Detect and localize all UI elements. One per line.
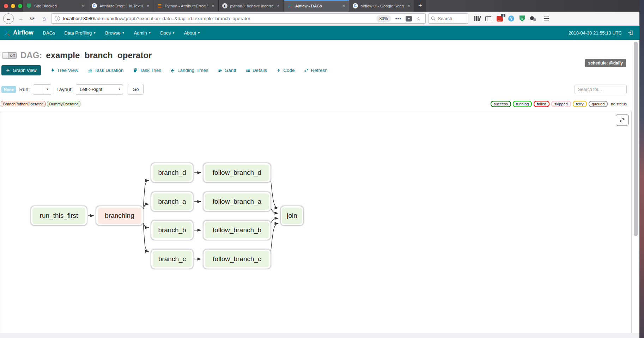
view-task-tries-link[interactable]: Task Tries	[133, 68, 161, 73]
menu-hamburger-icon[interactable]	[544, 17, 549, 20]
browser-tab-6[interactable]: Gairflow ui - Google Search×	[349, 0, 414, 12]
tree-icon	[50, 68, 55, 73]
logout-icon[interactable]	[627, 30, 634, 36]
library-icon[interactable]	[474, 16, 480, 21]
graph-refresh-button[interactable]	[616, 115, 628, 125]
view-task-duration-label: Task Duration	[95, 68, 124, 73]
view-code-label: Code	[283, 68, 294, 73]
task-node-branch_d[interactable]: branch_d	[151, 163, 193, 182]
airflow-brand[interactable]: Airflow	[4, 29, 34, 37]
browser-search-input[interactable]	[438, 16, 462, 21]
task-node-branching[interactable]: branching	[96, 206, 143, 225]
edge-branching-to-branch_c	[143, 224, 149, 251]
task-search-input[interactable]	[575, 85, 627, 94]
list-icon	[246, 68, 250, 73]
chevron-down-icon: ▼	[122, 31, 125, 35]
close-window-icon[interactable]	[4, 4, 8, 8]
task-node-follow_branch_a[interactable]: follow_branch_a	[203, 192, 271, 211]
tab-close-icon[interactable]: ×	[277, 3, 281, 8]
status-legend-retry: retry	[573, 101, 587, 107]
view-refresh-link[interactable]: Refresh	[304, 68, 327, 73]
home-button[interactable]: ⌂	[40, 16, 49, 22]
gantt-icon	[218, 68, 223, 73]
view-details-link[interactable]: Details	[246, 68, 267, 73]
task-node-follow_branch_b[interactable]: follow_branch_b	[203, 221, 271, 240]
nav-item-data-profiling[interactable]: Data Profiling▼	[60, 26, 101, 40]
nav-item-admin[interactable]: Admin▼	[129, 26, 156, 40]
layout-select[interactable]: Left->Right▼	[76, 84, 123, 95]
extension-blue-icon[interactable]: V	[508, 16, 514, 21]
view-graph-view-button[interactable]: Graph View	[1, 65, 41, 75]
view-task-tries-label: Task Tries	[140, 68, 161, 73]
bookmark-star-icon[interactable]: ☆	[415, 16, 422, 21]
back-button[interactable]: ←	[3, 13, 14, 24]
chevron-down-icon: ▼	[93, 31, 96, 35]
task-node-branch_a[interactable]: branch_a	[151, 192, 193, 211]
shield-tab-icon	[26, 3, 32, 9]
nav-item-label: Docs	[160, 30, 171, 36]
nav-item-browse[interactable]: Browse▼	[101, 26, 129, 40]
nav-item-about[interactable]: About▼	[180, 26, 205, 40]
extension-orbs-icon[interactable]	[530, 16, 536, 21]
task-node-branch_c[interactable]: branch_c	[151, 250, 193, 269]
view-task-duration-link[interactable]: Task Duration	[88, 68, 124, 73]
pocket-icon[interactable]: ▼	[406, 16, 412, 21]
go-button[interactable]: Go	[128, 84, 144, 95]
view-landing-times-link[interactable]: Landing Times	[171, 68, 208, 73]
status-legend: successrunningfailedskippedretryqueuedno…	[491, 101, 627, 107]
nav-item-dags[interactable]: DAGs	[38, 26, 60, 40]
task-node-follow_branch_c[interactable]: follow_branch_c	[203, 250, 271, 269]
view-code-link[interactable]: Code	[277, 68, 294, 73]
tab-close-icon[interactable]: ×	[342, 3, 346, 8]
browser-tab-1[interactable]: Site Blocked×	[23, 0, 88, 12]
maximize-window-icon[interactable]	[18, 4, 22, 8]
task-node-branch_b[interactable]: branch_b	[151, 221, 193, 240]
tab-close-icon[interactable]: ×	[80, 3, 85, 8]
tab-title: Airflow - DAGs	[295, 4, 339, 8]
reload-button[interactable]: ⟳	[28, 15, 37, 22]
status-legend-queued: queued	[589, 101, 608, 107]
browser-tab-3[interactable]: ☰Python - AttributeError: '_io.Te×	[153, 0, 218, 12]
task-node-run_this_first[interactable]: run_this_first	[31, 206, 87, 225]
task-node-join[interactable]: join	[281, 206, 303, 225]
browser-search-bar[interactable]	[428, 13, 468, 24]
view-gantt-link[interactable]: Gantt	[218, 68, 236, 73]
status-legend-success: success	[491, 101, 511, 107]
search-icon	[431, 16, 436, 21]
base-date-badge: None	[1, 86, 16, 93]
fan-icon	[6, 68, 10, 73]
site-info-icon[interactable]: i	[55, 16, 60, 21]
edge-branching-to-branch_d	[143, 180, 149, 207]
forward-button[interactable]: →	[16, 16, 25, 22]
utc-clock: 2018-04-30 21:55:13 UTC	[569, 30, 622, 36]
url-text[interactable]: localhost:8080/admin/airflow/graph?execu…	[63, 16, 373, 21]
extension-red-icon[interactable]: •••1	[497, 16, 503, 21]
nav-item-docs[interactable]: Docs▼	[156, 26, 180, 40]
run-select[interactable]: ▼	[33, 84, 51, 95]
page-actions-icon[interactable]: •••	[394, 16, 403, 21]
url-bar[interactable]: i localhost:8080/admin/airflow/graph?exe…	[51, 13, 426, 24]
tab-close-icon[interactable]: ×	[407, 3, 411, 8]
tab-close-icon[interactable]: ×	[211, 3, 215, 8]
new-tab-button[interactable]: +	[414, 0, 426, 12]
nav-item-label: Admin	[134, 30, 147, 36]
page-bottom-gutter	[0, 333, 639, 338]
bolt-icon	[277, 68, 281, 73]
google-tab-icon: G	[91, 3, 97, 9]
zoom-level-badge[interactable]: 80%	[376, 15, 391, 22]
browser-tab-2[interactable]: GAttributeError: '_io.TextIOWrapp×	[88, 0, 153, 12]
browser-tab-bar: Site Blocked×GAttributeError: '_io.TextI…	[0, 0, 639, 12]
browser-tab-5[interactable]: Airflow - DAGs×	[284, 0, 349, 12]
tab-close-icon[interactable]: ×	[146, 3, 150, 8]
extension-shield-icon[interactable]: £	[520, 16, 525, 21]
task-node-follow_branch_d[interactable]: follow_branch_d	[203, 163, 271, 182]
sidebar-icon[interactable]	[485, 16, 491, 21]
toggle-knob	[2, 53, 8, 59]
dag-pause-toggle[interactable]: Off	[2, 52, 17, 59]
vertical-scrollbar[interactable]	[634, 42, 638, 236]
minimize-window-icon[interactable]	[11, 4, 15, 8]
view-tree-view-link[interactable]: Tree View	[50, 68, 78, 73]
tab-title: airflow ui - Google Search	[360, 4, 404, 8]
view-buttons-row: Graph ViewTree ViewTask DurationTask Tri…	[1, 65, 639, 75]
browser-tab-4[interactable]: ●python3: behave incorrectly mo×	[218, 0, 284, 12]
